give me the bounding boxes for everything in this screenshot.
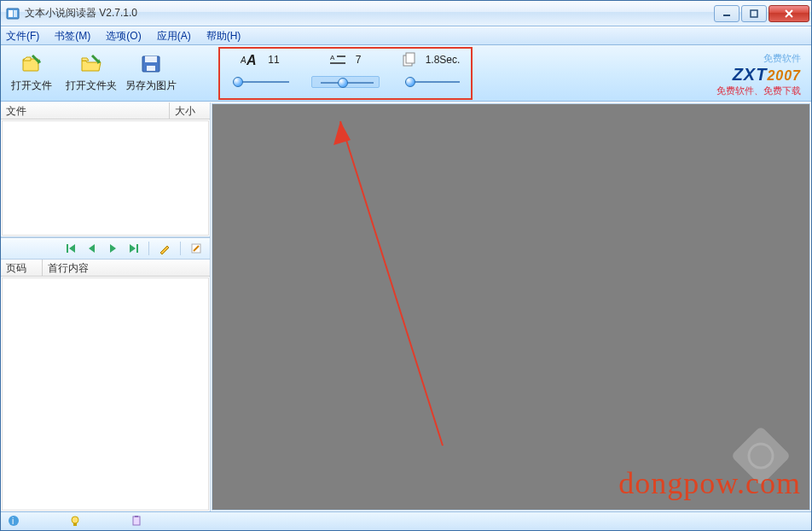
slider-panel: AA 11 A 7 1.8Sec. <box>223 49 468 88</box>
col-page[interactable]: 页码 <box>1 260 42 276</box>
separator <box>148 242 149 255</box>
interval-value: 1.8Sec. <box>426 54 461 66</box>
logo-brand: ZXT2007 <box>716 65 801 85</box>
save-as-image-button[interactable]: 另存为图片 <box>125 53 177 93</box>
open-folder-button[interactable]: 打开文件夹 <box>66 53 117 93</box>
window-controls <box>712 5 809 22</box>
svg-rect-12 <box>147 66 155 71</box>
page-list-body[interactable] <box>2 277 209 511</box>
svg-rect-35 <box>133 516 140 525</box>
line-spacing-value: 7 <box>356 54 362 66</box>
col-file[interactable]: 文件 <box>1 102 169 119</box>
page-list-panel: 页码 首行内容 <box>1 260 210 511</box>
logo-free-label: 免费软件 <box>716 52 801 65</box>
menu-help[interactable]: 帮助(H) <box>206 29 241 44</box>
nav-strip <box>1 237 210 260</box>
font-size-slider[interactable] <box>226 76 294 88</box>
save-as-image-label: 另存为图片 <box>125 79 177 93</box>
system-badge-icon <box>719 414 803 499</box>
clipboard-icon[interactable] <box>130 515 144 528</box>
nav-prev-button[interactable] <box>84 241 101 256</box>
open-file-button[interactable]: 打开文件 <box>6 53 57 93</box>
app-window: 文本小说阅读器 V2.7.1.0 文件(F) 书签(M) 选项(O) 应用(A)… <box>0 0 812 531</box>
window-title: 文本小说阅读器 V2.7.1.0 <box>25 6 712 20</box>
side-panel: 文件 大小 页码 首行内容 <box>1 102 211 511</box>
line-spacing-control: A 7 <box>308 49 383 88</box>
svg-point-33 <box>72 516 78 523</box>
file-icon <box>20 53 44 75</box>
svg-marker-23 <box>110 244 116 253</box>
menu-bar: 文件(F) 书签(M) 选项(O) 应用(A) 帮助(H) <box>1 26 811 45</box>
open-file-label: 打开文件 <box>11 79 52 93</box>
edit-button[interactable] <box>188 241 205 256</box>
menu-file[interactable]: 文件(F) <box>6 29 39 44</box>
svg-rect-11 <box>145 56 157 62</box>
font-size-icon: AA <box>241 51 259 68</box>
app-icon <box>6 7 20 20</box>
nav-first-button[interactable] <box>63 241 80 256</box>
annotation-arrow <box>212 104 809 511</box>
highlight-button[interactable] <box>156 241 173 256</box>
file-list-header: 文件 大小 <box>1 102 210 120</box>
nav-next-button[interactable] <box>104 241 121 256</box>
nav-last-button[interactable] <box>125 241 142 256</box>
page-list-header: 页码 首行内容 <box>1 260 210 277</box>
bulb-icon[interactable] <box>69 515 83 528</box>
svg-rect-2 <box>14 10 17 17</box>
svg-text:A: A <box>330 54 335 61</box>
minimize-button[interactable] <box>714 5 740 22</box>
main-area: 文件 大小 页码 首行内容 <box>1 102 811 511</box>
svg-rect-1 <box>9 10 13 17</box>
file-list-body[interactable] <box>2 120 209 236</box>
toolbar-buttons: 打开文件 打开文件夹 另存为图片 <box>1 50 182 96</box>
svg-marker-21 <box>69 244 75 253</box>
svg-rect-4 <box>751 10 757 17</box>
content-area[interactable]: dongpow.com <box>212 103 810 511</box>
svg-text:A: A <box>246 53 257 67</box>
logo-subtitle: 免费软件、免费下载 <box>716 85 801 97</box>
svg-text:i: i <box>12 516 14 526</box>
folder-icon <box>79 53 103 75</box>
menu-options[interactable]: 选项(O) <box>106 29 141 44</box>
line-spacing-slider[interactable] <box>311 76 380 88</box>
svg-rect-25 <box>136 244 138 253</box>
svg-marker-28 <box>334 121 351 145</box>
col-size[interactable]: 大小 <box>169 102 210 119</box>
col-firstline[interactable]: 首行内容 <box>42 260 210 276</box>
line-spacing-icon: A <box>330 53 347 67</box>
close-button[interactable] <box>768 5 809 22</box>
interval-control: 1.8Sec. <box>393 49 468 88</box>
interval-slider[interactable] <box>397 76 465 88</box>
save-icon <box>139 53 163 75</box>
font-size-value: 11 <box>268 54 279 66</box>
file-list-panel: 文件 大小 <box>1 102 210 237</box>
info-icon[interactable]: i <box>8 515 21 528</box>
menu-apps[interactable]: 应用(A) <box>157 29 191 44</box>
logo-area: 免费软件 ZXT2007 免费软件、免费下载 <box>716 52 801 97</box>
title-bar: 文本小说阅读器 V2.7.1.0 <box>1 1 811 26</box>
svg-rect-20 <box>67 244 68 253</box>
maximize-button[interactable] <box>741 5 767 22</box>
toolbar: 打开文件 打开文件夹 另存为图片 AA 11 <box>1 45 811 102</box>
status-bar: i <box>1 511 811 530</box>
svg-rect-19 <box>406 53 415 63</box>
separator <box>180 242 181 255</box>
open-folder-label: 打开文件夹 <box>66 79 117 93</box>
svg-rect-36 <box>135 516 138 517</box>
pages-icon <box>402 52 417 67</box>
svg-marker-24 <box>130 244 136 253</box>
svg-marker-22 <box>89 244 95 253</box>
menu-bookmark[interactable]: 书签(M) <box>55 29 90 44</box>
svg-text:A: A <box>241 55 246 65</box>
font-size-control: AA 11 <box>223 49 298 88</box>
svg-rect-29 <box>731 426 792 487</box>
svg-rect-34 <box>73 523 77 526</box>
svg-line-27 <box>340 121 443 446</box>
